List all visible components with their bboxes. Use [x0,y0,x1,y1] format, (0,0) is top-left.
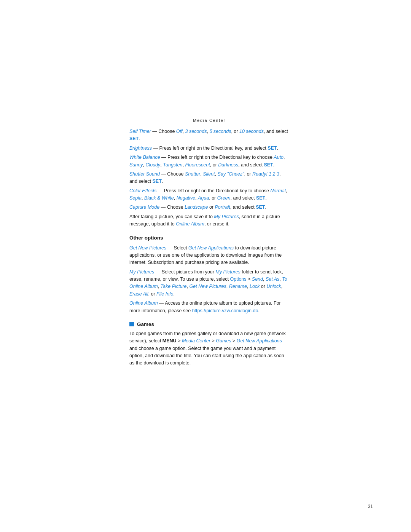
games-media-center[interactable]: Media Center [182,338,210,343]
wb-auto[interactable]: Auto [274,155,284,160]
mp-options[interactable]: Options [230,276,246,282]
ce-set: SET [256,195,265,201]
white-balance-paragraph: White Balance — Press left or right on t… [129,154,289,169]
mp-getnewpictures[interactable]: Get New Pictures [190,284,226,289]
games-games-link[interactable]: Games [216,338,231,343]
mp-fileinfo[interactable]: File Info [156,291,173,297]
online-album-paragraph: Online Album — Access the online picture… [129,300,289,315]
page-number: 31 [368,504,373,509]
self-timer-3sec[interactable]: 3 seconds [185,129,207,134]
wb-set: SET [264,162,273,168]
other-options-title: Other options [129,235,163,241]
self-timer-set: SET [129,136,139,141]
self-timer-label[interactable]: Self Timer [129,129,151,134]
cm-portrait[interactable]: Portrait [215,204,230,210]
mp-folder[interactable]: My Pictures [215,269,240,275]
content-area: Media Center Self Timer — Choose Off, 3 … [129,118,289,369]
mp-eraseall[interactable]: Erase All [129,291,148,297]
oa-label[interactable]: Online Album [129,300,158,306]
self-timer-off[interactable]: Off [176,129,183,134]
mp-setas[interactable]: Set As [266,276,279,282]
games-heading: Games [129,321,289,327]
cm-set: SET [256,204,265,210]
my-pictures-paragraph: My Pictures — Select pictures from your … [129,268,289,298]
gnp-get-new-apps[interactable]: Get New Applications [188,245,234,251]
cm-landscape[interactable]: Landscape [185,204,208,210]
mp-unlock[interactable]: Unlock [266,284,281,289]
self-timer-dash: — Choose [151,129,176,134]
ss-shutter[interactable]: Shutter [185,171,200,177]
games-paragraph: To open games from the games gallery or … [129,330,289,367]
ss-set: SET [152,179,161,184]
ce-normal[interactable]: Normal [270,188,285,193]
wb-tungsten[interactable]: Tungsten [163,162,182,168]
games-title: Games [137,321,154,327]
brightness-set: SET [268,145,277,151]
mp-lock[interactable]: Lock [250,284,260,289]
ce-bw[interactable]: Black & White [144,195,174,201]
mp-send[interactable]: Send [252,276,263,282]
games-get-new-apps[interactable]: Get New Applications [237,338,282,343]
ce-aqua[interactable]: Aqua [198,195,209,201]
ce-sepia[interactable]: Sepia [129,195,142,201]
games-menu: MENU [162,338,177,343]
mp-takepicture[interactable]: Take Picture [161,284,187,289]
ss-silent[interactable]: Silent [203,171,215,177]
self-timer-10sec[interactable]: 10 seconds [239,129,264,134]
page-container: Media Center Self Timer — Choose Off, 3 … [0,0,411,532]
section-header: Media Center [129,118,289,123]
capture-mode-paragraph: Capture Mode — Choose Landscape or Portr… [129,204,289,211]
gnp-label[interactable]: Get New Pictures [129,245,166,251]
ap-online-album[interactable]: Online Album [176,221,204,227]
white-balance-label[interactable]: White Balance [129,155,160,160]
after-picture-paragraph: After taking a picture, you can save it … [129,213,289,228]
wb-sunny[interactable]: Sunny [129,162,143,168]
wb-darkness[interactable]: Darkness [218,162,238,168]
wb-fluorescent[interactable]: Fluorescent [185,162,210,168]
color-effects-label[interactable]: Color Effects [129,188,157,193]
mp-label[interactable]: My Pictures [129,269,154,275]
shutter-sound-label[interactable]: Shutter Sound [129,171,160,177]
get-new-pictures-paragraph: Get New Pictures — Select Get New Applic… [129,244,289,267]
self-timer-paragraph: Self Timer — Choose Off, 3 seconds, 5 se… [129,128,289,143]
ce-green[interactable]: Green [217,195,231,201]
brightness-label[interactable]: Brightness [129,145,152,151]
wb-cloudy[interactable]: Cloudy [145,162,160,168]
oa-url[interactable]: https://picture.vzw.com/login.do [192,308,258,313]
ss-saycheez[interactable]: Say "Cheez" [217,171,244,177]
other-options-heading: Other options [129,235,289,241]
brightness-paragraph: Brightness — Press left or right on the … [129,145,289,152]
self-timer-5sec[interactable]: 5 seconds [209,129,231,134]
shutter-sound-paragraph: Shutter Sound — Choose Shutter, Silent, … [129,171,289,185]
capture-mode-label[interactable]: Capture Mode [129,204,159,210]
ss-ready123[interactable]: Ready! 1 2 3 [252,171,279,177]
ap-my-pictures[interactable]: My Pictures [214,214,239,219]
color-effects-paragraph: Color Effects — Press left or right on t… [129,187,289,202]
mp-rename[interactable]: Rename [229,284,247,289]
ce-negative[interactable]: Negative [177,195,195,201]
games-blue-square-icon [129,322,134,326]
